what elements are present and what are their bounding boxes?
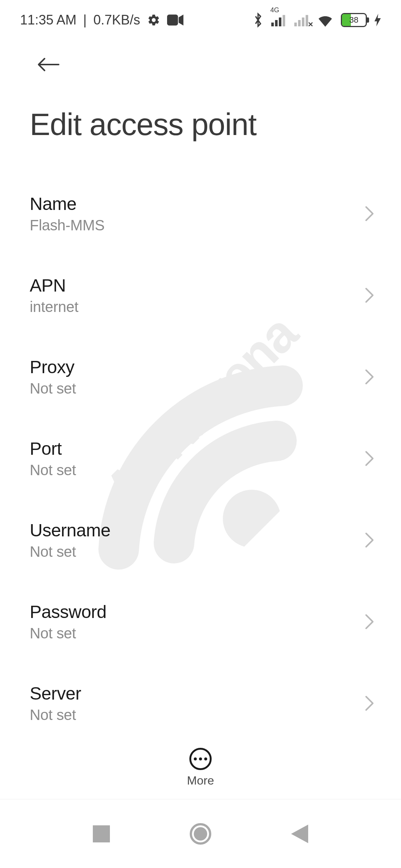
chevron-right-icon <box>365 450 374 467</box>
page-title: Edit access point <box>30 107 371 142</box>
row-subtitle: Not set <box>30 625 357 642</box>
nav-back-button[interactable] <box>281 815 318 852</box>
svg-rect-4 <box>279 17 281 26</box>
row-title: Password <box>30 602 357 622</box>
more-button[interactable]: More <box>0 736 401 799</box>
header: Edit access point <box>0 32 401 142</box>
status-4g-label: 4G <box>270 6 279 14</box>
chevron-right-icon <box>365 206 374 222</box>
row-title: Name <box>30 194 357 214</box>
row-port[interactable]: PortNot set <box>30 422 379 504</box>
svg-rect-7 <box>298 20 301 26</box>
charging-icon <box>374 14 381 26</box>
gear-icon <box>147 13 160 27</box>
row-title: Port <box>30 438 357 459</box>
chevron-right-icon <box>365 695 374 711</box>
svg-rect-8 <box>302 17 304 26</box>
chevron-right-icon <box>365 614 374 630</box>
row-title: APN <box>30 275 357 296</box>
row-title: Server <box>30 683 357 704</box>
svg-rect-2 <box>271 23 274 26</box>
signal-1-icon <box>271 14 287 26</box>
chevron-right-icon <box>365 287 374 303</box>
signal-x-icon: ✕ <box>308 20 313 29</box>
navigation-bar <box>0 799 401 868</box>
row-subtitle: Flash-MMS <box>30 217 357 234</box>
square-icon <box>93 825 110 842</box>
nav-home-button[interactable] <box>182 815 219 852</box>
row-subtitle: Not set <box>30 462 357 479</box>
triangle-left-icon <box>291 825 308 843</box>
svg-rect-1 <box>167 14 178 25</box>
row-proxy[interactable]: ProxyNot set <box>30 341 379 422</box>
signal-2-icon <box>294 14 310 26</box>
row-subtitle: Not set <box>30 380 357 397</box>
camera-icon <box>167 14 183 26</box>
row-apn[interactable]: APNinternet <box>30 259 379 341</box>
row-name[interactable]: NameFlash-MMS <box>30 177 379 259</box>
row-title: Proxy <box>30 357 357 377</box>
back-button[interactable] <box>33 50 63 79</box>
bluetooth-icon <box>252 13 264 27</box>
row-username[interactable]: UsernameNot set <box>30 504 379 585</box>
row-title: Username <box>30 520 357 540</box>
arrow-left-icon <box>36 56 60 73</box>
settings-list: NameFlash-MMSAPNinternetProxyNot setPort… <box>0 142 401 734</box>
nav-recent-button[interactable] <box>83 815 120 852</box>
row-subtitle: Not set <box>30 543 357 560</box>
wifi-icon <box>317 13 333 27</box>
row-subtitle: internet <box>30 299 357 315</box>
status-time: 11:35 AM <box>20 12 76 28</box>
circle-icon <box>190 823 211 845</box>
svg-rect-3 <box>275 20 278 26</box>
row-subtitle: Not set <box>30 707 357 723</box>
battery-icon: 38 <box>341 13 367 27</box>
more-icon <box>189 748 212 770</box>
chevron-right-icon <box>365 369 374 385</box>
row-server[interactable]: ServerNot set <box>30 667 379 734</box>
status-net-speed: 0.7KB/s <box>93 12 140 28</box>
status-bar: 11:35 AM | 0.7KB/s 4G ✕ 38 <box>0 0 401 32</box>
svg-rect-5 <box>283 15 285 26</box>
row-password[interactable]: PasswordNot set <box>30 585 379 667</box>
svg-rect-6 <box>294 23 297 26</box>
chevron-right-icon <box>365 532 374 548</box>
svg-rect-10 <box>93 825 110 842</box>
svg-point-12 <box>194 827 207 841</box>
more-label: More <box>187 774 214 788</box>
